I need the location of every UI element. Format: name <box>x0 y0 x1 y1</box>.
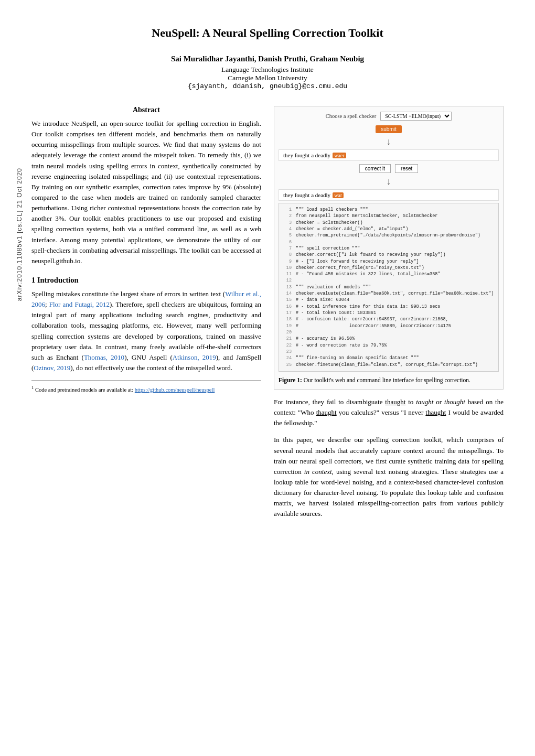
intro-section: 1 Introduction Spelling mistakes constit… <box>31 276 261 373</box>
code-line: 15# - data size: 63044 <box>283 297 494 303</box>
line-number: 5 <box>283 232 292 239</box>
flor-link[interactable]: Flor and Futagi, 2012 <box>49 300 110 308</box>
right-para-1: For instance, they fail to disambiguate … <box>274 397 504 428</box>
line-content: checker.from_pretrained("./data/checkpoi… <box>296 232 480 239</box>
authors-block: Sai Muralidhar Jayanthi, Danish Pruthi, … <box>31 55 504 90</box>
output-text-row: they fought a deadly war <box>279 189 499 201</box>
spell-checker-select[interactable]: SC-LSTM +ELMO(input) <box>380 112 452 121</box>
line-content: # - confusion table: corr2corr:948937, c… <box>296 316 448 322</box>
abstract-section: Abstract We introduce NeuSpell, an open-… <box>31 106 261 266</box>
misspelled-word-2: war <box>333 192 344 198</box>
line-content: # - ["I look forward to receiving your r… <box>296 258 419 265</box>
line-content: # - total inference time for this data i… <box>296 304 440 310</box>
output-text: they fought a deadly <box>283 192 330 198</box>
arrow-down-2: ↓ <box>279 176 499 187</box>
footnote-link[interactable]: https://github.com/neuspell/neuspell <box>135 387 215 393</box>
correct-it-button[interactable]: correct it <box>359 164 391 173</box>
line-number: 21 <box>283 336 292 342</box>
line-number: 6 <box>283 239 292 245</box>
code-line: 6 <box>283 239 494 245</box>
authors-university: Carnegie Mellon University <box>31 74 504 82</box>
ozinov-link[interactable]: Ozinov, 2019 <box>34 364 70 372</box>
input-text-row: they fought a deadly waer <box>279 149 499 161</box>
line-number: 18 <box>283 316 292 322</box>
line-number: 17 <box>283 310 292 316</box>
line-number: 15 <box>283 297 292 303</box>
line-content: """ fine-tuning on domain specific datas… <box>296 355 419 361</box>
code-line: 3checker = SclstmChecker() <box>283 220 494 226</box>
and-text: and <box>223 353 233 361</box>
authors-names: Sai Muralidhar Jayanthi, Danish Pruthi, … <box>31 55 504 63</box>
line-number: 3 <box>283 220 292 226</box>
right-para-2: In this paper, we describe our spelling … <box>274 435 504 519</box>
input-text: they fought a deadly <box>283 152 330 158</box>
line-content: checker.correct_from_file(src="noisy_tex… <box>296 265 424 271</box>
line-number: 25 <box>283 362 292 368</box>
line-content: checker = SclstmChecker() <box>296 220 363 226</box>
code-line: 9# - ["I look forward to receiving your … <box>283 258 494 265</box>
footnote: 1 Code and pretrained models are availab… <box>31 381 261 394</box>
intro-heading: 1 Introduction <box>31 276 261 285</box>
figure-caption-text: Our toolkit's web and command line inter… <box>304 377 470 383</box>
correction-buttons: correct it reset <box>279 164 499 173</box>
line-content: checker = checker.add_("elmo", at="input… <box>296 226 408 232</box>
authors-institution: Language Technologies Institute <box>31 66 504 74</box>
line-content: # - total token count: 1833861 <box>296 310 376 316</box>
line-number: 19 <box>283 323 292 329</box>
code-line: 2from neuspell import BertsclstmChecker,… <box>283 213 494 219</box>
line-number: 4 <box>283 226 292 232</box>
code-line: 25checker.finetune(clean_file="clean.txt… <box>283 362 494 368</box>
line-content: # incorr2corr:55889, incorr2incorr:14175 <box>296 323 451 329</box>
line-number: 23 <box>283 349 292 355</box>
code-line: 24""" fine-tuning on domain specific dat… <box>283 355 494 361</box>
line-number: 8 <box>283 252 292 258</box>
line-content: """ spell correction """ <box>296 245 360 252</box>
line-number: 2 <box>283 213 292 219</box>
misspelled-word-1: waer <box>333 153 346 158</box>
arxiv-label: arXiv:2010.11085v1 [cs.CL] 21 Oct 2020 <box>16 168 23 301</box>
code-line: 19# incorr2corr:55889, incorr2incorr:141… <box>283 323 494 329</box>
line-content: # - word correction rate is 79.76% <box>296 342 387 349</box>
line-content: # - "Found 450 mistakes in 322 lines, to… <box>296 271 440 277</box>
code-line: 20 <box>283 329 494 336</box>
line-content: """ evaluation of models """ <box>296 284 371 290</box>
line-content: """ load spell checkers """ <box>296 207 368 213</box>
code-line: 8checker.correct(["I luk foward to recev… <box>283 252 494 258</box>
line-number: 16 <box>283 304 292 310</box>
spell-checker-label: Choose a spell checker <box>326 113 377 119</box>
abstract-heading: Abstract <box>31 106 261 114</box>
line-number: 13 <box>283 284 292 290</box>
code-line: 23 <box>283 349 494 355</box>
submit-button[interactable]: submit <box>376 125 401 133</box>
spell-checker-header: Choose a spell checker SC-LSTM +ELMO(inp… <box>279 112 499 121</box>
footnote-text: Code and pretrained models are available… <box>35 387 133 393</box>
atkinson-link[interactable]: Atkinson, 2019 <box>173 353 216 361</box>
code-line: 22# - word correction rate is 79.76% <box>283 342 494 349</box>
code-line: 1""" load spell checkers """ <box>283 207 494 213</box>
page-title: NeuSpell: A Neural Spelling Correction T… <box>31 26 504 40</box>
footnote-num: 1 <box>31 385 34 390</box>
line-content: checker.evaluate(clean_file="bea60k.txt"… <box>296 290 494 297</box>
line-number: 1 <box>283 207 292 213</box>
line-number: 20 <box>283 329 292 336</box>
reset-button[interactable]: reset <box>395 164 418 173</box>
line-content: # - accuracy is 96.50% <box>296 336 355 342</box>
left-column: Abstract We introduce NeuSpell, an open-… <box>31 106 261 526</box>
code-line: 5checker.from_pretrained("./data/checkpo… <box>283 232 494 239</box>
intro-para-1: Spelling mistakes constitute the largest… <box>31 289 261 373</box>
line-content: from neuspell import BertsclstmChecker, … <box>296 213 437 219</box>
code-line: 16# - total inference time for this data… <box>283 304 494 310</box>
code-line: 10checker.correct_from_file(src="noisy_t… <box>283 265 494 271</box>
code-line: 14checker.evaluate(clean_file="bea60k.tx… <box>283 290 494 297</box>
authors-email: {sjayanth, ddanish, gneubig}@cs.cmu.edu <box>31 82 504 90</box>
line-content: checker.finetune(clean_file="clean.txt",… <box>296 362 478 368</box>
right-column: Choose a spell checker SC-LSTM +ELMO(inp… <box>274 106 504 526</box>
thomas-link[interactable]: Thomas, 2010 <box>84 353 124 361</box>
line-number: 22 <box>283 342 292 349</box>
line-number: 12 <box>283 277 292 284</box>
line-number: 24 <box>283 355 292 361</box>
code-line: 7""" spell correction """ <box>283 245 494 252</box>
abstract-text: We introduce NeuSpell, an open-source to… <box>31 118 261 266</box>
line-number: 10 <box>283 265 292 271</box>
line-content: # - data size: 63044 <box>296 297 349 303</box>
